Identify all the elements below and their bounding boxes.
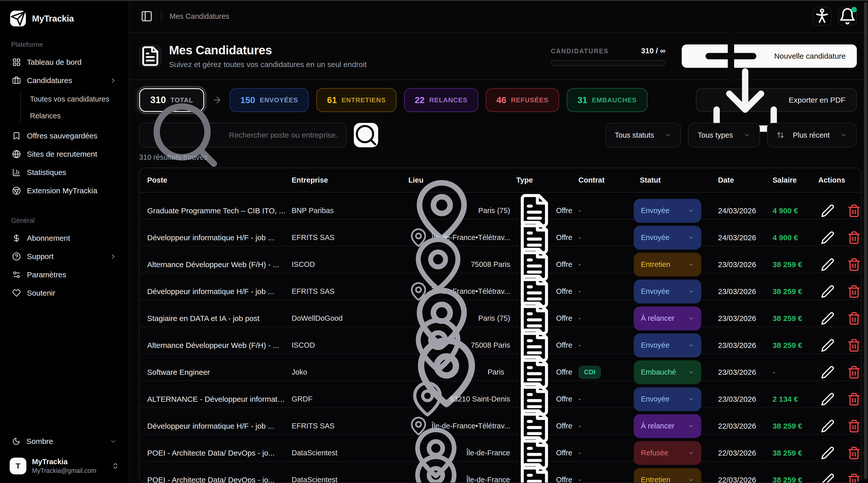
- edit-button[interactable]: [821, 419, 835, 433]
- chevrons-up-down-icon: [112, 462, 119, 470]
- status-select[interactable]: Envoyée: [634, 387, 701, 411]
- status-select[interactable]: Envoyée: [634, 199, 701, 223]
- edit-button[interactable]: [821, 473, 835, 483]
- status-select[interactable]: Envoyée: [634, 280, 701, 303]
- delete-button[interactable]: [847, 392, 861, 406]
- sidebar-subitem-relances[interactable]: Relances: [30, 108, 120, 124]
- contract-badge: CDI: [579, 366, 601, 379]
- delete-button[interactable]: [847, 473, 861, 483]
- cell-entreprise: EFRITS SAS: [285, 287, 402, 296]
- delete-button[interactable]: [847, 446, 861, 460]
- sidebar-item-sites-de-recrutement[interactable]: Sites de recrutement: [9, 145, 120, 163]
- user-meta: MyTrackia MyTrackia@gmail.com: [32, 458, 96, 474]
- theme-toggle[interactable]: Sombre: [9, 432, 120, 451]
- stat-pill-entretiens[interactable]: 61ENTRETIENS: [316, 88, 397, 112]
- cell-actions: [812, 446, 861, 460]
- delete-button[interactable]: [847, 311, 861, 325]
- sidebar-item-support[interactable]: Support: [9, 247, 120, 266]
- status-select[interactable]: Embauché: [634, 360, 701, 384]
- sidebar-item-tableau-de-bord[interactable]: Tableau de bord: [9, 53, 120, 71]
- edit-button[interactable]: [821, 204, 835, 218]
- cell-statut: Entretien: [631, 253, 712, 276]
- sidebar-item-statistiques[interactable]: Statistiques: [9, 163, 120, 182]
- stat-pill-embauches[interactable]: 31EMBAUCHES: [567, 88, 647, 112]
- cell-actions: [812, 204, 861, 218]
- edit-button[interactable]: [821, 365, 835, 379]
- export-pdf-button[interactable]: Exporter en PDF: [696, 88, 857, 112]
- cell-date: 22/03/2026: [712, 422, 767, 430]
- accessibility-button[interactable]: [813, 7, 832, 26]
- scrollbar[interactable]: [864, 2, 867, 479]
- status-select[interactable]: À relancer: [634, 414, 701, 438]
- delete-button[interactable]: [847, 285, 861, 298]
- accessibility-icon: [813, 7, 831, 25]
- notifications-button[interactable]: [838, 7, 857, 26]
- breadcrumb: Mes Candidatures: [169, 12, 229, 21]
- cell-statut: Refusée: [631, 441, 712, 465]
- chevron-down-icon: [688, 396, 694, 402]
- edit-button[interactable]: [821, 231, 835, 245]
- delete-button[interactable]: [847, 338, 861, 352]
- table-row[interactable]: ALTERNANCE - Développeur informatiq... G…: [140, 381, 861, 408]
- delete-button[interactable]: [847, 419, 861, 433]
- delete-button[interactable]: [847, 365, 861, 379]
- table-row[interactable]: Graduate Programme Tech – CIB ITO, ... B…: [140, 192, 861, 219]
- cell-contrat: -: [572, 341, 631, 350]
- stat-pill-relances[interactable]: 22RELANCES: [404, 88, 478, 112]
- edit-button[interactable]: [821, 392, 835, 406]
- sidebar-item-extension-mytrackia[interactable]: Extension MyTrackia: [9, 182, 120, 200]
- sidebar-item-abonnement[interactable]: Abonnement: [9, 229, 120, 247]
- status-filter-dropdown[interactable]: Tous statuts: [605, 123, 681, 147]
- edit-button[interactable]: [821, 338, 835, 352]
- search-submit-button[interactable]: [354, 123, 378, 147]
- edit-button[interactable]: [821, 258, 835, 271]
- user-menu[interactable]: T MyTrackia MyTrackia@gmail.com: [9, 458, 120, 474]
- status-select[interactable]: Envoyée: [634, 226, 701, 250]
- sidebar-item-offres-sauvegardees[interactable]: Offres sauvegardées: [9, 127, 120, 145]
- search-input[interactable]: [229, 131, 339, 140]
- sort-dropdown[interactable]: Plus récent: [767, 123, 857, 147]
- status-select[interactable]: Envoyée: [634, 333, 701, 357]
- sidebar-item-parametres[interactable]: Paramètres: [9, 266, 120, 284]
- cell-salaire: 4 900 €: [767, 233, 812, 242]
- cell-salaire: -: [767, 368, 812, 376]
- cell-date: 24/03/2026: [712, 233, 767, 242]
- cell-salaire: 38 259 €: [767, 422, 812, 430]
- filter-group: Tous statuts Tous types Plus récent: [605, 123, 857, 147]
- cell-actions: [812, 258, 861, 271]
- moon-icon: [12, 437, 20, 445]
- delete-button[interactable]: [847, 204, 861, 218]
- delete-button[interactable]: [847, 231, 861, 245]
- sidebar-item-soutenir[interactable]: Soutenir: [9, 284, 120, 302]
- file-text-icon: [139, 45, 161, 67]
- cell-contrat: -: [572, 260, 631, 269]
- app-logo[interactable]: MyTrackia: [9, 11, 120, 26]
- col-actions: Actions: [812, 176, 861, 184]
- edit-button[interactable]: [821, 311, 835, 325]
- sidebar-item-candidatures[interactable]: Candidatures: [9, 71, 120, 90]
- edit-button[interactable]: [821, 285, 835, 298]
- edit-button[interactable]: [821, 446, 835, 460]
- cell-lieu: Île-de-France: [402, 452, 510, 483]
- pencil-icon: [821, 285, 835, 298]
- status-select[interactable]: Entretien: [634, 253, 701, 276]
- col-entreprise: Entreprise: [285, 176, 402, 184]
- table-row[interactable]: Software Engineer Joko Paris Offre CDI E…: [140, 354, 861, 381]
- status-select[interactable]: Entretien: [634, 468, 701, 483]
- sidebar-subitem-toutes-vos-candidatures[interactable]: Toutes vos candidatures: [30, 91, 120, 108]
- table-row[interactable]: Alternance Développeur Web (F/H) - ... I…: [140, 246, 861, 273]
- type-filter-dropdown[interactable]: Tous types: [688, 123, 760, 147]
- stat-pill-envoyees[interactable]: 150ENVOYÉES: [230, 88, 309, 112]
- status-select[interactable]: Refusée: [634, 441, 701, 465]
- sidebar-toggle-button[interactable]: [141, 10, 153, 22]
- chevron-down-icon: [665, 132, 671, 139]
- cell-actions: [812, 285, 861, 298]
- table-row[interactable]: POEI - Architecte Data/ DevOps - jo... D…: [140, 462, 861, 483]
- quota-value: 310 / ∞: [641, 47, 665, 55]
- cell-statut: Entretien: [631, 468, 712, 483]
- cell-salaire: 38 259 €: [767, 287, 812, 296]
- trash-icon: [847, 231, 861, 245]
- delete-button[interactable]: [847, 258, 861, 271]
- status-select[interactable]: À relancer: [634, 306, 701, 330]
- stat-pill-refusees[interactable]: 46REFUSÉES: [486, 88, 559, 112]
